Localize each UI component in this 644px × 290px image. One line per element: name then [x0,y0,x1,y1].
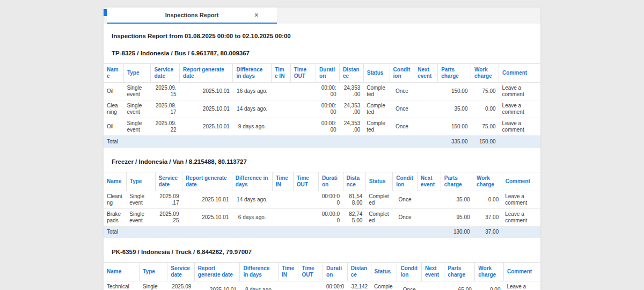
cell-next-event [414,118,438,136]
table-row: Technical inspectionSingle event2025.09.… [104,281,540,290]
column-header: Duration [316,64,340,83]
tab-label: Inspections Report [165,12,219,18]
report-sections: TP-8325 / Indonesia / Bus / 6.961787, 80… [104,39,540,290]
total-row: Total335.00150.00 [104,136,540,148]
column-header: Condition [390,64,414,83]
cell-time-out [293,191,318,208]
cell-parts-charge: 95.00 [441,208,473,226]
vehicle-title: TP-8325 / Indonesia / Bus / 6.961787, 80… [104,39,540,63]
column-header: Name [104,172,126,191]
column-header: Comment [499,64,540,83]
column-header: Comment [502,172,540,191]
cell-service-date: 2025.09.23 [167,281,194,290]
cell-service-date: 2025.09.17 [151,100,180,118]
column-header: Comment [504,263,541,281]
cell-duration: 00:00:00 [316,100,340,118]
cell-distance: 81,548.00 [343,191,365,208]
column-header: Distance [340,64,364,83]
column-header: Type [140,263,167,281]
cell-type: Single event [126,191,155,208]
cell-difference-days: 14 days ago. [232,191,272,208]
column-header: Time IN [279,263,298,281]
tab-inspections-report[interactable]: Inspections Report × [107,8,277,24]
comment-link[interactable]: Leave a comment [504,281,541,290]
cell-time-in [272,100,291,118]
comment-link[interactable]: Leave a comment [502,191,540,208]
column-header: Time OUT [298,263,323,281]
cell-service-date: 2025.09.25 [155,208,182,226]
cell-time-out [293,208,318,226]
cell-difference-days: 9 days ago. [233,118,272,136]
total-parts-charge: 335.00 [438,136,471,148]
cell-report-generate-date: 2025.10.01 [180,118,233,136]
cell-parts-charge: 65.00 [444,281,475,290]
column-header: Time IN [272,172,293,191]
header-row: NameTypeService dateReport generate date… [104,172,540,191]
cell-name: Brake pads [104,208,126,226]
cell-difference-days: 6 days ago. [232,208,272,226]
column-header: Time OUT [290,64,316,83]
close-icon[interactable]: × [254,11,259,19]
cell-status: Completed [371,281,397,290]
cell-type: Single event [123,100,150,118]
cell-work-charge: 0.00 [473,191,502,208]
cell-work-charge: 75.00 [471,83,499,100]
column-header: Time OUT [293,172,318,191]
cell-name: Technical inspection [104,281,140,290]
cell-time-in [272,208,293,226]
cell-condition: Once [390,83,414,100]
header-row: NameTypeService dateReport generate date… [104,263,540,281]
cell-time-in [272,118,291,136]
column-header: Duration [318,172,343,191]
cell-name: Oil [104,118,123,136]
column-header: Parts charge [444,263,475,281]
cell-time-in [272,83,291,100]
column-header: Duration [323,263,348,281]
cell-status: Completed [365,191,392,208]
cell-work-charge: 0.00 [471,100,499,118]
column-header: Work charge [475,263,504,281]
cell-type: Single event [140,281,167,290]
comment-link[interactable]: Leave a comment [499,83,540,100]
inspections-table: NameTypeService dateReport generate date… [104,63,540,148]
cell-parts-charge: 150.00 [438,118,471,136]
table-row: CleaningSingle event2025.09.172025.10.01… [104,191,540,208]
cell-work-charge: 37.00 [473,208,502,226]
vehicle-section: TP-8325 / Indonesia / Bus / 6.961787, 80… [104,39,540,148]
cell-duration: 00:00:00 [316,83,340,100]
cell-status: Completed [365,208,392,226]
cell-distance: 24,353.00 [340,100,364,118]
cell-time-out [290,83,316,100]
cell-next-event [417,191,441,208]
cell-difference-days: 16 days ago. [233,83,272,100]
cell-report-generate-date: 2025.10.01 [180,83,233,100]
cell-next-event [422,281,444,290]
column-header: Type [126,172,155,191]
cell-time-in [272,191,293,208]
comment-link[interactable]: Leave a comment [499,118,540,136]
column-header: Name [104,263,140,281]
table-row: OilSingle event2025.09.222025.10.019 day… [104,118,540,136]
column-header: Work charge [471,64,499,83]
cell-service-date: 2025.09.22 [151,118,180,136]
cell-distance: 24,353.00 [340,83,364,100]
cell-time-out [298,281,323,290]
column-header: Parts charge [441,172,473,191]
cell-condition: Once [393,208,418,226]
cell-name: Oil [104,83,123,100]
cell-condition: Once [393,191,418,208]
comment-link[interactable]: Leave a comment [502,208,540,226]
cell-time-out [290,100,316,118]
column-header: Service date [151,64,180,83]
column-header: Distance [343,172,365,191]
inspections-table: NameTypeService dateReport generate date… [104,262,540,290]
comment-link[interactable]: Leave a comment [499,100,540,118]
column-header: Status [365,172,392,191]
cell-parts-charge: 35.00 [441,191,473,208]
column-header: Type [123,64,150,83]
column-header: Time IN [272,64,291,83]
cell-condition: Once [390,118,414,136]
column-header: Parts charge [438,64,471,83]
cell-distance: 24,353.00 [340,118,364,136]
vehicle-title: PK-6359 / Indonesia / Truck / 6.844262, … [104,238,540,262]
